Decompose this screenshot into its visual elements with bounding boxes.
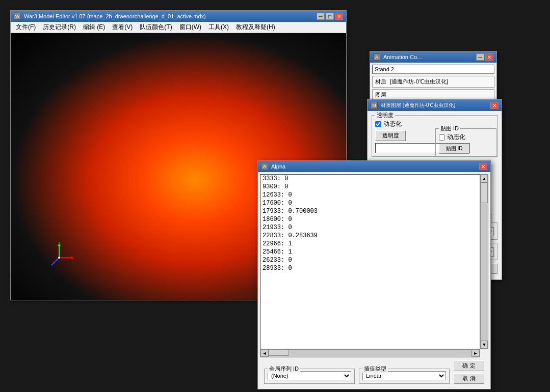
alpha-list-item[interactable]: 17600: 0 [260, 199, 480, 207]
alpha-list-item[interactable]: 9300: 0 [260, 183, 480, 191]
global-seq-group: 全局序列 ID (None) [264, 369, 355, 384]
alpha-titlebar: A Alpha ✕ [258, 161, 490, 172]
alpha-list-item[interactable]: 25466: 1 [260, 248, 480, 256]
app-icon: W [14, 13, 21, 20]
scroll-right-button[interactable]: ► [472, 350, 480, 357]
alpha-window: A Alpha ✕ 3333: 09300: 012633: 017600: 0… [257, 160, 491, 389]
anim-titlebar-buttons: ─ ✕ [476, 53, 493, 61]
anim-icon: A [373, 53, 380, 61]
scroll-thumb[interactable] [481, 183, 488, 203]
menu-edit[interactable]: 编辑 (E) [80, 22, 108, 33]
transparency-anim-row: 动态化 [375, 120, 494, 128]
matlayer-title: 材质图层 [通魔作坊-0℃虫虫汉化] [381, 102, 490, 109]
textureid-anim-row: 动态化 [439, 133, 493, 142]
alpha-list-area: 3333: 09300: 012633: 017600: 017933: 0.7… [260, 174, 488, 349]
interp-type-label: 插值类型 [362, 365, 388, 373]
axes-indicator: X Y [44, 242, 74, 274]
textureid-group: 贴图 ID 动态化 贴图 ID [435, 128, 496, 157]
anim-layer-label: 图层 [375, 92, 386, 98]
matlayer-close-button[interactable]: ✕ [490, 102, 499, 109]
textureid-animated-label: 动态化 [447, 133, 465, 142]
menu-file[interactable]: 文件(F) [13, 22, 39, 33]
interp-type-group: 插值类型 None Linear Hermite Bezier [359, 369, 450, 384]
close-button[interactable]: ✕ [335, 13, 343, 20]
global-seq-label: 全局序列 ID [268, 365, 300, 373]
transparency-animated-label: 动态化 [383, 120, 402, 128]
scroll-track[interactable] [481, 183, 488, 341]
textureid-animated-checkbox[interactable] [439, 134, 445, 141]
svg-point-5 [58, 257, 60, 259]
textureid-button[interactable]: 贴图 ID [439, 144, 469, 154]
alpha-list-item[interactable]: 26233: 0 [260, 256, 480, 264]
alpha-scrollbar-h[interactable]: ◄ ► [260, 349, 480, 357]
matlayer-icon: M [371, 102, 378, 109]
matlayer-titlebar-buttons: ✕ [490, 102, 499, 109]
alpha-icon: A [261, 163, 268, 170]
scroll-down-button[interactable]: ▼ [481, 341, 488, 349]
transparency-animated-checkbox[interactable] [375, 121, 381, 127]
scroll-h-thumb[interactable] [269, 350, 289, 356]
alpha-list-item[interactable]: 18600: 0 [260, 215, 480, 223]
svg-text:Y: Y [58, 242, 61, 245]
svg-text:X: X [71, 256, 74, 261]
maximize-button[interactable]: □ [326, 13, 334, 20]
menu-history[interactable]: 历史记录(R) [40, 22, 79, 33]
transparency-button[interactable]: 透明度 [375, 130, 406, 141]
alpha-close-button[interactable]: ✕ [479, 163, 487, 170]
alpha-listbox[interactable]: 3333: 09300: 012633: 017600: 017933: 0.7… [260, 174, 480, 349]
alpha-list-item[interactable]: 28933: 0 [260, 264, 480, 272]
main-title: War3 Model Editor v1.07 (mace_2h_draenor… [24, 13, 317, 19]
anim-close-button[interactable]: ✕ [485, 53, 493, 61]
alpha-scrollbar-v[interactable]: ▲ ▼ [480, 174, 488, 349]
scroll-left-button[interactable]: ◄ [260, 350, 269, 357]
anim-material-label: 材质 [375, 78, 386, 85]
alpha-bottom-controls: 全局序列 ID (None) 插值类型 None Linear Hermite … [260, 357, 488, 387]
anim-current[interactable]: Stand 2 [372, 65, 494, 74]
menu-help[interactable]: 教程及释疑(H) [233, 22, 278, 33]
transparency-label: 透明度 [375, 111, 395, 119]
alpha-confirm-button[interactable]: 确 定 [454, 360, 484, 371]
alpha-cancel-button[interactable]: 取 消 [454, 373, 484, 384]
alpha-list-item[interactable]: 22833: 0.283639 [260, 232, 480, 240]
anim-minimize-button[interactable]: ─ [476, 53, 484, 61]
matlayer-titlebar: M 材质图层 [通魔作坊-0℃虫虫汉化] ✕ [368, 100, 502, 111]
alpha-list-item[interactable]: 17933: 0.700003 [260, 207, 480, 215]
menu-window[interactable]: 窗口(W) [176, 22, 204, 33]
alpha-list-item[interactable]: 21933: 0 [260, 223, 480, 232]
scroll-h-track[interactable] [269, 350, 472, 357]
textureid-label: 贴图 ID [439, 125, 460, 132]
titlebar-buttons: ─ □ ✕ [317, 13, 343, 20]
alpha-content: 3333: 09300: 012633: 017600: 017933: 0.7… [258, 172, 490, 389]
anim-material-value: [通魔作坊-0℃虫虫汉化] [390, 78, 448, 85]
alpha-titlebar-buttons: ✕ [479, 163, 487, 170]
anim-titlebar: A Animation Co... ─ ✕ [370, 51, 496, 63]
alpha-list-item[interactable]: 12633: 0 [260, 191, 480, 199]
menu-tools[interactable]: 工具(X) [205, 22, 232, 33]
svg-line-4 [51, 258, 59, 265]
anim-material-row: 材质 [通魔作坊-0℃虫虫汉化] [372, 76, 494, 88]
main-titlebar: W War3 Model Editor v1.07 (mace_2h_draen… [11, 11, 346, 22]
scroll-up-button[interactable]: ▲ [481, 175, 488, 183]
alpha-title: Alpha [271, 163, 479, 170]
menu-view[interactable]: 查看(V) [109, 22, 136, 33]
minimize-button[interactable]: ─ [317, 13, 325, 20]
menu-teamcolor[interactable]: 队伍颜色(T) [137, 22, 175, 33]
anim-title: Animation Co... [383, 54, 476, 60]
alpha-confirm-buttons: 确 定 取 消 [454, 360, 484, 384]
axes-svg: X Y [44, 242, 74, 273]
alpha-list-item[interactable]: 22966: 1 [260, 240, 480, 248]
alpha-list-item[interactable]: 3333: 0 [260, 175, 480, 183]
main-menubar: 文件(F) 历史记录(R) 编辑 (E) 查看(V) 队伍颜色(T) 窗口(W)… [11, 22, 346, 33]
